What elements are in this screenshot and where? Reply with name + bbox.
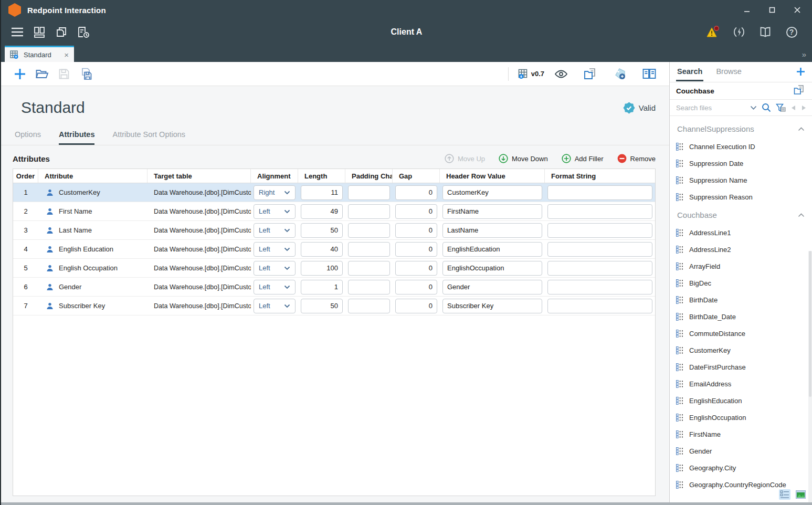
alignment-dropdown[interactable]: Right: [254, 185, 296, 200]
list-item[interactable]: Geography.City: [670, 459, 812, 476]
list-item[interactable]: ArrayField: [670, 258, 812, 275]
alignment-dropdown[interactable]: Left: [254, 242, 296, 257]
tag-badge-icon[interactable]: [610, 65, 629, 83]
preview-eye-icon[interactable]: [552, 65, 571, 83]
list-item[interactable]: Suppression Reason: [670, 188, 812, 205]
length-input[interactable]: [301, 242, 343, 257]
list-item[interactable]: Channel Execution ID: [670, 138, 812, 155]
data-dictionary-icon[interactable]: [640, 65, 659, 83]
filter-icon[interactable]: [776, 103, 786, 112]
header-row-value-input[interactable]: [442, 261, 542, 276]
folder-document-icon[interactable]: [581, 65, 600, 83]
search-files-input[interactable]: [676, 104, 745, 112]
sidebar-tab-search[interactable]: Search: [676, 67, 703, 81]
list-item[interactable]: BirthDate_Date: [670, 308, 812, 325]
sidebar-source-row[interactable]: Couchbase: [670, 82, 812, 100]
table-row[interactable]: 5English OccupationData Warehouse.[dbo].…: [13, 259, 655, 278]
search-icon[interactable]: [762, 103, 771, 112]
format-string-input[interactable]: [547, 204, 652, 219]
save-all-icon[interactable]: [77, 65, 96, 83]
list-item[interactable]: Suppression Date: [670, 155, 812, 172]
table-row[interactable]: 3Last NameData Warehouse.[dbo].[DimCusto…: [13, 221, 655, 240]
table-row[interactable]: 4English EducationData Warehouse.[dbo].[…: [13, 240, 655, 259]
list-item[interactable]: DateFirstPurchase: [670, 359, 812, 375]
group-header-channelsuppressions[interactable]: ChannelSuppressions: [670, 119, 812, 138]
table-row[interactable]: 1CustomerKeyData Warehouse.[dbo].[DimCus…: [13, 183, 655, 202]
add-filler-button[interactable]: Add Filler: [562, 154, 604, 163]
table-row[interactable]: 6GenderData Warehouse.[dbo].[DimCusto...…: [13, 278, 655, 297]
remove-button[interactable]: Remove: [617, 154, 656, 163]
open-source-icon[interactable]: [793, 85, 806, 97]
gap-input[interactable]: [395, 242, 437, 257]
gap-input[interactable]: [395, 280, 437, 294]
list-item[interactable]: CustomerKey: [670, 342, 812, 359]
collapse-icon[interactable]: [798, 124, 805, 133]
sidebar-tab-browse[interactable]: Browse: [715, 67, 742, 81]
list-item[interactable]: AddressLine1: [670, 224, 812, 241]
format-string-input[interactable]: [547, 185, 652, 200]
save-icon[interactable]: [55, 65, 73, 83]
move-down-button[interactable]: Move Down: [499, 154, 548, 163]
format-string-input[interactable]: [547, 299, 652, 313]
prev-result-icon[interactable]: [790, 105, 796, 111]
tab-attributes[interactable]: Attributes: [59, 130, 94, 145]
format-string-input[interactable]: [547, 261, 652, 276]
list-item[interactable]: Gender: [670, 443, 812, 459]
header-row-value-input[interactable]: [442, 242, 542, 257]
header-row-value-input[interactable]: [442, 299, 542, 313]
padding-char-input[interactable]: [348, 261, 390, 276]
thumbnail-view-icon[interactable]: [795, 489, 807, 500]
format-string-input[interactable]: [547, 280, 652, 294]
list-view-icon[interactable]: [779, 489, 790, 500]
gap-input[interactable]: [395, 185, 437, 200]
length-input[interactable]: [301, 185, 343, 200]
padding-char-input[interactable]: [348, 185, 390, 200]
list-item[interactable]: EnglishEducation: [670, 392, 812, 409]
next-result-icon[interactable]: [801, 105, 807, 111]
alignment-dropdown[interactable]: Left: [254, 204, 296, 219]
length-input[interactable]: [301, 280, 343, 294]
format-string-input[interactable]: [547, 242, 652, 257]
padding-char-input[interactable]: [348, 223, 390, 238]
tab-standard[interactable]: Standard ×: [5, 46, 74, 62]
header-row-value-input[interactable]: [442, 185, 542, 200]
table-row[interactable]: 7Subscriber KeyData Warehouse.[dbo].[Dim…: [13, 297, 655, 315]
list-item[interactable]: AddressLine2: [670, 241, 812, 258]
menu-icon[interactable]: [8, 23, 26, 41]
gap-input[interactable]: [395, 261, 437, 276]
tab-overflow-icon[interactable]: »: [802, 50, 806, 59]
list-item[interactable]: EmailAddress: [670, 375, 812, 392]
open-folder-icon[interactable]: [33, 65, 51, 83]
minimize-button[interactable]: [736, 2, 757, 18]
documentation-book-icon[interactable]: [756, 23, 774, 41]
length-input[interactable]: [301, 299, 343, 313]
alignment-dropdown[interactable]: Left: [254, 261, 296, 276]
length-input[interactable]: [301, 223, 343, 238]
header-row-value-input[interactable]: [442, 223, 542, 238]
new-document-icon[interactable]: [52, 23, 70, 41]
list-item[interactable]: EnglishOccupation: [670, 409, 812, 426]
gap-input[interactable]: [395, 299, 437, 313]
table-row[interactable]: 2First NameData Warehouse.[dbo].[DimCust…: [13, 202, 655, 221]
length-input[interactable]: [301, 204, 343, 219]
tab-close-icon[interactable]: ×: [64, 51, 69, 59]
sync-power-icon[interactable]: [730, 23, 748, 41]
format-string-input[interactable]: [547, 223, 652, 238]
help-icon[interactable]: ?: [783, 23, 800, 41]
alignment-dropdown[interactable]: Left: [254, 223, 296, 238]
list-item[interactable]: BigDec: [670, 275, 812, 291]
close-button[interactable]: [787, 2, 808, 18]
chevron-down-icon[interactable]: [750, 106, 757, 110]
padding-char-input[interactable]: [348, 280, 390, 294]
list-item[interactable]: Suppression Name: [670, 172, 812, 188]
alignment-dropdown[interactable]: Left: [254, 299, 296, 313]
alignment-dropdown[interactable]: Left: [254, 280, 296, 294]
list-item[interactable]: FirstName: [670, 426, 812, 443]
gap-input[interactable]: [395, 223, 437, 238]
add-icon[interactable]: [10, 65, 29, 83]
list-item[interactable]: CommuteDistance: [670, 325, 812, 342]
group-header-couchbase[interactable]: Couchbase: [670, 205, 812, 224]
tab-attribute-sort-options[interactable]: Attribute Sort Options: [112, 130, 185, 145]
sidebar-scrollbar[interactable]: [808, 251, 812, 502]
padding-char-input[interactable]: [348, 204, 390, 219]
